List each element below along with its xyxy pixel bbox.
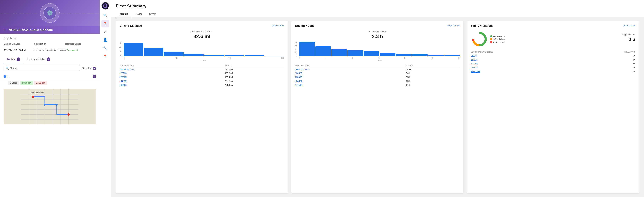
tab-routes[interactable]: Routes 2 xyxy=(4,56,23,63)
safety-violations-title: Safety Violations xyxy=(470,24,494,27)
violations-table: LEAST SAFE VEHICLES VIOLATIONS 110066 5.… xyxy=(470,50,636,74)
row-request-id: 7dc30d5439cc10b3510dbf6b806406e7 xyxy=(33,49,67,51)
route-checkbox[interactable] xyxy=(93,75,96,78)
v-vehicle-4[interactable]: 217322 xyxy=(470,66,579,70)
fleet-tab-trailer[interactable]: Trailer xyxy=(132,11,146,17)
donut-chart xyxy=(470,30,488,48)
miles-1: 795.1 mi xyxy=(224,67,284,72)
distance-row-2: 126523 430.0 mi xyxy=(120,71,284,75)
col-request: Request ID xyxy=(34,43,65,45)
end-time-badge: 07:02 pm xyxy=(34,81,47,85)
fleet-tab-driver[interactable]: Driver xyxy=(146,11,159,17)
bar-5 xyxy=(204,55,224,56)
distance-axis-label: Miles xyxy=(124,59,284,62)
y-label-1: 40 xyxy=(120,46,121,48)
safety-violations-view-details[interactable]: View Details xyxy=(623,24,636,27)
h-bar-5 xyxy=(364,51,379,56)
sidebar-item-location[interactable]: 📍 xyxy=(102,53,109,60)
driving-hours-header: Driving Hours View Details xyxy=(295,24,460,27)
sidebar-item-user[interactable]: 👤 xyxy=(102,36,109,44)
fleet-tab-vehicle[interactable]: Vehicle xyxy=(116,11,132,17)
h-vehicle-2[interactable]: 126523 xyxy=(295,71,406,75)
hours-axis: 0 2 4 6 8 10 12 xyxy=(299,57,460,59)
hero-inner-circle: ⚙️ xyxy=(43,7,56,19)
h-vehicle-5[interactable]: 144532 xyxy=(295,83,406,87)
vehicle-4[interactable]: 144532 xyxy=(120,79,224,83)
hours-row-2: 126523 7.6 h xyxy=(295,71,460,75)
sidebar-item-dispatcher[interactable]: 📍 xyxy=(102,20,109,27)
safety-violations-header: Safety Violations View Details xyxy=(470,24,636,27)
driving-distance-title: Driving Distance xyxy=(120,24,142,27)
hours-axis-label: Hours xyxy=(299,59,460,62)
hours-row-1: Tractor 176704 13.0 h xyxy=(295,67,460,72)
v-vehicle-3[interactable]: 220308 xyxy=(470,62,579,66)
h-y-label-4: 0 xyxy=(295,55,297,56)
h-vehicle-4[interactable]: 864371 xyxy=(295,79,406,83)
safety-violations-card: Safety Violations View Details xyxy=(467,21,639,193)
h-bar-10 xyxy=(444,55,460,56)
sidebar-item-check[interactable]: ✓ xyxy=(102,28,109,36)
violation-row-2: 217324 5.0 xyxy=(470,58,636,62)
location-nav-icon: 📍 xyxy=(103,55,107,58)
svg-rect-0 xyxy=(21,89,78,124)
hero-section: ⚙️ xyxy=(0,0,100,26)
row-status: Successful xyxy=(67,49,96,52)
sidebar-item-settings[interactable]: 🔧 xyxy=(102,45,109,52)
miles-3: 389.4 mi xyxy=(224,75,284,79)
vehicle-5[interactable]: 168006 xyxy=(120,83,224,87)
y-label-3: 0 xyxy=(120,55,121,56)
legend-dot-orange xyxy=(490,38,492,40)
hours-row-5: 144532 6.1 h xyxy=(295,83,460,87)
least-safe-header: LEAST SAFE VEHICLES xyxy=(470,50,579,54)
v-vehicle-2[interactable]: 217324 xyxy=(470,58,579,62)
settings-nav-icon: 🔧 xyxy=(103,46,107,50)
vehicle-1[interactable]: Tractor 176704 xyxy=(120,67,224,72)
h-bar-1 xyxy=(299,42,315,56)
bar-1 xyxy=(124,43,143,56)
driving-distance-header: Driving Distance View Details xyxy=(120,24,284,27)
sidebar-item-search[interactable]: 🔍 xyxy=(102,12,109,19)
h-bar-8 xyxy=(412,54,428,56)
v-count-3: 3.0 xyxy=(579,62,636,66)
legend-no-violations: No violations xyxy=(490,35,505,37)
h-vehicle-1[interactable]: Tractor 176704 xyxy=(295,67,406,72)
hours-row-4: 864371 6.3 h xyxy=(295,79,460,83)
search-box[interactable]: 🔍 xyxy=(4,65,80,71)
hamburger-icon[interactable]: ☰ xyxy=(4,28,6,32)
driving-hours-avg-label: Avg Hours Driven xyxy=(295,30,460,33)
map-area: West Hollywood xyxy=(4,89,96,124)
distance-row-5: 168006 251.4 mi xyxy=(120,83,284,87)
h-bar-4 xyxy=(348,50,363,56)
select-all-row: Select all xyxy=(82,67,96,70)
h-vehicle-3[interactable]: 220305 xyxy=(295,75,406,79)
unassigned-badge: 2 xyxy=(47,58,50,61)
route-dot xyxy=(4,75,6,78)
search-icon: 🔍 xyxy=(6,66,9,70)
vehicle-3[interactable]: 220305 xyxy=(120,75,224,79)
hours-top-vehicles-header: TOP VEHICLES xyxy=(295,64,406,67)
driving-distance-view-details[interactable]: View Details xyxy=(272,24,284,27)
routes-badge: 2 xyxy=(16,58,20,61)
h-hours-4: 6.3 h xyxy=(406,79,460,83)
svg-text:West Hollywood: West Hollywood xyxy=(31,91,44,93)
v-vehicle-5[interactable]: GNY1262 xyxy=(470,70,579,74)
dispatcher-nav-icon: 📍 xyxy=(103,22,107,26)
search-row: 🔍 Select all xyxy=(0,63,100,73)
fleet-header: Fleet Summary Vehicle Trailer Driver xyxy=(111,0,644,17)
v-count-4: 3.0 xyxy=(579,66,636,70)
v-count-1: 5.0 xyxy=(579,54,636,58)
vehicle-2[interactable]: 126523 xyxy=(120,71,224,75)
driving-hours-title: Driving Hours xyxy=(295,24,314,27)
tab-unassigned[interactable]: Unassigned Jobs 2 xyxy=(23,56,53,63)
select-all-checkbox[interactable] xyxy=(93,67,96,70)
v-vehicle-1[interactable]: 110066 xyxy=(470,54,579,58)
violation-row-3: 220308 3.0 xyxy=(470,62,636,66)
driving-hours-view-details[interactable]: View Details xyxy=(447,24,460,27)
search-input[interactable] xyxy=(10,67,78,70)
logo-icon xyxy=(102,2,109,10)
h-y-label-1: 30 xyxy=(295,45,297,47)
fleet-title: Fleet Summary xyxy=(116,4,639,9)
hours-row-3: 220305 7.5 h xyxy=(295,75,460,79)
svg-point-14 xyxy=(67,113,70,116)
h-bar-2 xyxy=(315,47,331,56)
